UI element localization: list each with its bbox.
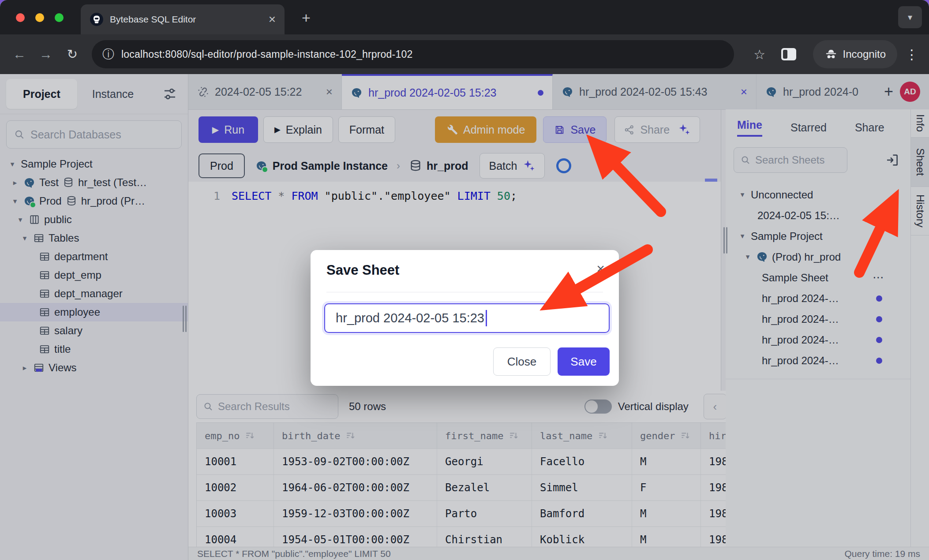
- rail-tab-history[interactable]: History: [911, 187, 929, 235]
- search-sheets-input[interactable]: Search Sheets: [734, 147, 847, 173]
- close-tab-icon[interactable]: ×: [269, 12, 276, 26]
- caret-down-icon[interactable]: ▾: [8, 160, 17, 169]
- search-databases-input[interactable]: Search Databases: [6, 120, 182, 149]
- admin-mode-button[interactable]: Admin mode: [435, 116, 536, 143]
- prev-page-button[interactable]: ‹: [704, 394, 727, 419]
- sheet-item[interactable]: hr_prod 2024-…: [726, 350, 910, 371]
- sheet-item[interactable]: hr_prod 2024-…: [726, 288, 910, 309]
- column-header[interactable]: emp_no: [197, 423, 274, 448]
- sheet-tab-1[interactable]: 2024-02-05 15:22 ×: [188, 74, 342, 109]
- tree-table-dept-manager[interactable]: dept_manager: [0, 284, 188, 303]
- play-icon: ▶: [212, 124, 219, 135]
- browser-menu-icon[interactable]: ⋮: [901, 47, 923, 62]
- address-bar[interactable]: ⓘ localhost:8080/sql-editor/prod-sample-…: [92, 40, 734, 68]
- database-name[interactable]: hr_prod: [427, 160, 468, 172]
- sheet-item[interactable]: hr_prod 2024-…: [726, 309, 910, 329]
- column-header[interactable]: first_name: [437, 423, 532, 448]
- tab-project[interactable]: Project: [6, 79, 77, 109]
- run-button[interactable]: ▶ Run: [199, 116, 258, 143]
- column-header[interactable]: last_name: [532, 423, 632, 448]
- explain-button[interactable]: ▶ Explain: [263, 116, 333, 143]
- tree-table-salary[interactable]: salary: [0, 321, 188, 340]
- tree-table-department[interactable]: department: [0, 247, 188, 266]
- browser-tab[interactable]: Bytebase SQL Editor ×: [81, 4, 285, 34]
- tree-prod-database[interactable]: ▾ Prod hr_prod (Pr…: [0, 192, 188, 210]
- instance-name[interactable]: Prod Sample Instance: [273, 160, 388, 172]
- sidebar-resize-handle[interactable]: [183, 306, 187, 332]
- modal-save-button[interactable]: Save: [558, 347, 610, 376]
- close-modal-icon[interactable]: ×: [596, 261, 605, 277]
- sheet-tab-3[interactable]: hr_prod 2024-02-05 15:43 ×: [553, 74, 757, 109]
- sheet-item[interactable]: 2024-02-05 15:…: [726, 205, 910, 226]
- batch-button[interactable]: Batch: [479, 153, 545, 179]
- filter-settings-icon[interactable]: [162, 86, 177, 101]
- tab-instance[interactable]: Instance: [77, 88, 149, 101]
- postgres-icon: [765, 86, 777, 98]
- close-sheet-tab-icon[interactable]: ×: [326, 85, 333, 99]
- close-window-button[interactable]: [16, 13, 25, 22]
- editor-resize-handle[interactable]: [723, 227, 728, 254]
- side-panel-icon[interactable]: [781, 48, 796, 60]
- tree-views-group[interactable]: ▸ Views: [0, 358, 188, 377]
- new-sheet-tab-button[interactable]: +: [884, 74, 893, 109]
- import-sheet-icon[interactable]: [885, 153, 900, 168]
- database-sidebar: Project Instance Search Databases ▾ Samp…: [0, 74, 188, 560]
- column-header[interactable]: birth_date: [274, 423, 437, 448]
- sheet-group-project[interactable]: ▾ Sample Project: [726, 226, 910, 246]
- minimize-window-button[interactable]: [35, 13, 44, 22]
- tree-project[interactable]: ▾ Sample Project: [0, 155, 188, 173]
- back-button[interactable]: ←: [6, 47, 33, 62]
- close-sheet-tab-icon[interactable]: ×: [741, 85, 747, 99]
- new-tab-button[interactable]: +: [296, 8, 316, 27]
- table-cell: 1964-06-02T00:00:00Z: [274, 475, 437, 500]
- caret-down-icon[interactable]: ▾: [738, 190, 747, 199]
- caret-down-icon[interactable]: ▾: [743, 252, 752, 261]
- user-avatar[interactable]: AD: [900, 82, 920, 102]
- tree-table-title[interactable]: title: [0, 340, 188, 358]
- forward-button[interactable]: →: [33, 47, 59, 62]
- modal-title: Save Sheet: [326, 262, 399, 278]
- unsaved-dot-icon: [876, 295, 882, 302]
- site-info-icon[interactable]: ⓘ: [102, 46, 114, 62]
- tab-search-chevron-icon[interactable]: ▾: [898, 6, 922, 28]
- format-button[interactable]: Format: [338, 116, 395, 143]
- more-options-icon[interactable]: ⋯: [873, 271, 885, 284]
- tree-tables-group[interactable]: ▾ Tables: [0, 229, 188, 247]
- maximize-window-button[interactable]: [55, 13, 64, 22]
- save-button[interactable]: Save: [543, 116, 607, 143]
- modal-close-button[interactable]: Close: [493, 347, 551, 376]
- views-icon: [33, 362, 45, 373]
- bookmark-star-icon[interactable]: ☆: [748, 47, 772, 62]
- sheet-tab-2-active[interactable]: hr_prod 2024-02-05 15:23: [342, 74, 553, 109]
- reload-button[interactable]: ↻: [59, 47, 86, 62]
- vertical-display-toggle[interactable]: [584, 399, 612, 414]
- tab-starred[interactable]: Starred: [790, 121, 827, 134]
- tab-mine[interactable]: Mine: [737, 119, 762, 137]
- caret-right-icon[interactable]: ▸: [20, 363, 29, 373]
- caret-right-icon[interactable]: ▸: [11, 178, 19, 187]
- rail-tab-info[interactable]: Info: [911, 109, 929, 138]
- column-header[interactable]: gender: [632, 423, 701, 448]
- caret-down-icon[interactable]: ▾: [20, 234, 29, 243]
- table-cell: 10004: [197, 527, 274, 547]
- search-results-input[interactable]: Search Results: [196, 394, 338, 419]
- share-button[interactable]: Share: [614, 116, 700, 143]
- sheet-group-database[interactable]: ▾ (Prod) hr_prod: [726, 246, 910, 267]
- sheet-name-input[interactable]: hr_prod 2024-02-05 15:23: [324, 303, 610, 333]
- postgres-icon: [255, 160, 267, 172]
- tree-test-database[interactable]: ▸ Test hr_test (Test…: [0, 173, 188, 192]
- sheet-item[interactable]: hr_prod 2024-…: [726, 329, 910, 350]
- tab-shared[interactable]: Share: [855, 121, 884, 134]
- caret-down-icon[interactable]: ▾: [16, 215, 25, 224]
- tree-table-dept-emp[interactable]: dept_emp: [0, 266, 188, 284]
- browser-frame: Bytebase SQL Editor × + ▾: [0, 0, 929, 34]
- environment-chip[interactable]: Prod: [199, 153, 245, 178]
- sheet-tab-4[interactable]: hr_prod 2024-0: [757, 74, 878, 109]
- sheet-item-sample[interactable]: Sample Sheet ⋯: [726, 267, 910, 288]
- caret-down-icon[interactable]: ▾: [738, 231, 747, 241]
- caret-down-icon[interactable]: ▾: [11, 197, 19, 206]
- rail-tab-sheet[interactable]: Sheet: [911, 138, 929, 187]
- sheet-group-unconnected[interactable]: ▾ Unconnected: [726, 184, 910, 205]
- tree-schema-public[interactable]: ▾ public: [0, 210, 188, 229]
- tree-table-employee-selected[interactable]: employee: [0, 303, 188, 321]
